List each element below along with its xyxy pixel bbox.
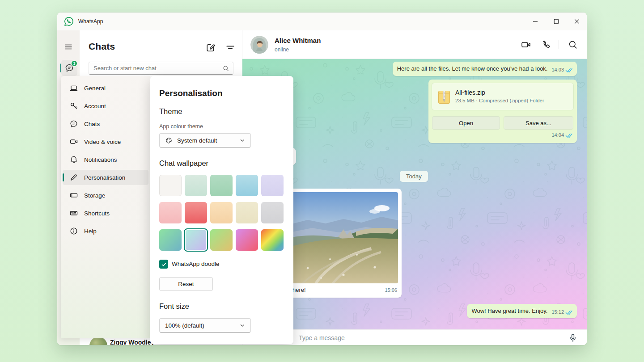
wallpaper-swatch[interactable] [236,175,258,196]
message-time: 15:12 [551,309,564,315]
settings-item-label: Chats [84,121,100,127]
settings-item-video-voice[interactable]: Video & voice [63,134,148,149]
settings-item-personalisation[interactable]: Personalisation [63,170,148,185]
chat-name: Ziggy Woodley [110,339,154,345]
new-chat-icon[interactable] [205,42,216,53]
search-chat-icon[interactable] [568,39,578,50]
keyboard-icon [69,209,78,218]
chevron-down-icon [240,138,245,143]
message-outgoing[interactable]: Here are all the files. Let me know once… [393,62,577,76]
bell-icon [69,155,78,164]
wallpaper-swatch[interactable] [185,202,207,223]
wallpaper-swatch[interactable] [159,175,182,196]
unread-badge: 3 [71,60,78,67]
settings-item-label: Help [84,228,97,235]
settings-item-shortcuts[interactable]: Shortcuts [63,206,148,221]
conversation-header: Alice Whitman online [242,30,587,59]
settings-item-chats[interactable]: Chats [63,116,148,131]
wallpaper-swatch[interactable] [185,175,207,196]
theme-heading: Theme [159,107,182,116]
read-receipt-icon [565,310,572,315]
reset-button[interactable]: Reset [159,277,213,291]
settings-nav: General Account Chats Video & voice Noti… [61,76,150,338]
wallpaper-swatch[interactable] [236,202,258,223]
close-button[interactable] [570,16,584,27]
message-file-outgoing[interactable]: All-files.zip 23.5 MB · Compressed (zipp… [428,80,577,143]
message-time: 14:03 [551,67,564,72]
whatsapp-doodle-checkbox[interactable] [159,260,168,269]
settings-item-help[interactable]: Help [63,223,148,239]
file-name: All-files.zip [455,89,485,96]
video-call-icon[interactable] [521,39,531,50]
wallpaper-swatch[interactable] [261,175,284,196]
settings-item-account[interactable]: Account [63,98,148,114]
wallpaper-swatch[interactable] [159,229,182,251]
whatsapp-logo-icon [64,16,74,27]
storage-icon [69,191,78,200]
wallpaper-swatch[interactable] [210,175,233,196]
read-receipt-icon [565,67,572,72]
maximize-button[interactable] [550,16,563,27]
settings-item-label: Shortcuts [84,210,110,217]
photo-attachment[interactable] [290,192,398,283]
whatsapp-doodle-label: WhatsApp doodle [172,261,220,267]
app-colour-theme-label: App colour theme [159,123,203,130]
mountain-photo [290,192,398,283]
settings-item-label: Video & voice [84,139,121,145]
wallpaper-swatch[interactable] [210,202,233,223]
wallpaper-swatch-selected[interactable] [185,229,207,251]
settings-item-label: Storage [84,192,105,199]
contact-avatar[interactable] [250,36,268,54]
message-text: Wow! Have great time. Enjoy. [471,307,547,315]
laptop-icon [69,84,78,93]
chat-wallpaper-heading: Chat wallpaper [159,159,208,168]
message-photo-incoming[interactable]: here! 15:06 [286,189,402,298]
menu-icon[interactable] [64,42,73,51]
conversation-area: Alice Whitman online Here are all the fi… [242,30,587,345]
settings-item-label: General [84,85,106,92]
font-size-heading: Font size [159,302,189,311]
settings-item-general[interactable]: General [63,80,148,96]
theme-dropdown[interactable]: System default [159,133,251,147]
pen-icon [69,173,78,182]
chats-title: Chats [89,41,115,52]
font-size-dropdown[interactable]: 100% (default) [159,318,251,333]
settings-item-label: Account [84,103,106,109]
palette-icon [165,137,173,144]
save-as-button[interactable]: Save as... [504,116,573,130]
settings-item-storage[interactable]: Storage [63,188,148,203]
window-title: WhatsApp [78,18,103,25]
filter-icon[interactable] [225,42,236,53]
microphone-icon[interactable] [568,333,578,343]
minimize-button[interactable] [529,16,542,27]
wallpaper-swatch[interactable] [159,202,182,223]
wallpaper-swatch[interactable] [236,229,258,251]
search-box [89,62,233,75]
panel-title: Personalisation [159,88,223,98]
personalisation-panel: Personalisation Theme App colour theme S… [150,76,293,344]
message-input[interactable] [299,330,549,345]
contact-status: online [275,46,289,53]
open-file-button[interactable]: Open [432,116,500,130]
voice-call-icon[interactable] [541,39,551,50]
search-icon[interactable] [222,65,229,72]
chat-bubble-icon [69,119,78,128]
read-receipt-icon [565,133,572,138]
message-time: 15:06 [385,287,397,293]
wallpaper-swatch[interactable] [261,229,284,251]
settings-item-notifications[interactable]: Notifications [63,152,148,167]
settings-item-label: Notifications [84,156,117,163]
message-time: 14:04 [551,132,564,138]
file-info-box[interactable]: All-files.zip 23.5 MB · Compressed (zipp… [432,83,574,110]
info-icon [69,227,78,236]
search-input[interactable] [93,65,222,72]
zip-file-icon [438,89,450,105]
key-icon [69,101,78,110]
message-outgoing[interactable]: Wow! Have great time. Enjoy. 15:12 [467,304,577,318]
wallpaper-swatch[interactable] [261,202,284,223]
wallpaper-swatch[interactable] [210,229,233,251]
check-icon [161,261,167,267]
message-input-bar [242,329,587,345]
title-bar: WhatsApp [57,13,587,30]
message-text: Here are all the files. Let me know once… [397,65,548,73]
